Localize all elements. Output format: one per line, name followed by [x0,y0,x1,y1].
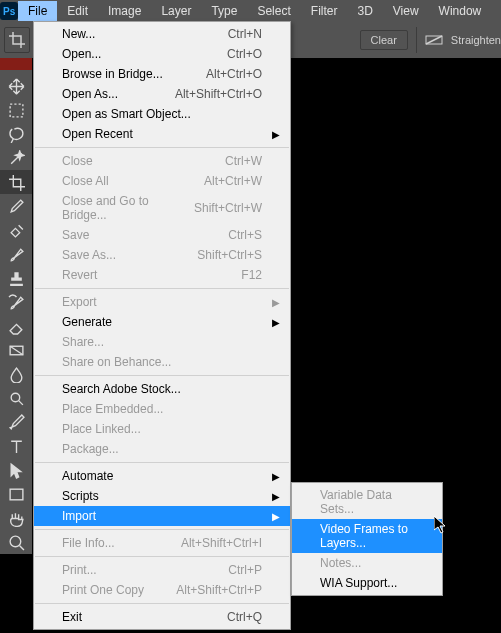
submenu-arrow-icon: ▶ [272,297,280,308]
menu-item-save-as: Save As...Shift+Ctrl+S [34,245,290,265]
menu-shortcut: Shift+Ctrl+S [197,248,262,262]
straighten-icon[interactable] [425,33,443,47]
menu-label: Save [62,228,228,242]
tool-preset-crop-icon[interactable] [4,27,30,53]
submenu-arrow-icon: ▶ [272,511,280,522]
menu-item-layer[interactable]: Layer [151,1,201,21]
menu-label: Close [62,154,225,168]
menu-label: Video Frames to Layers... [320,522,414,550]
menu-item-revert: RevertF12 [34,265,290,285]
menu-item-file-info: File Info...Alt+Shift+Ctrl+I [34,533,290,553]
menu-item-print: Print...Ctrl+P [34,560,290,580]
tool-hand[interactable] [0,506,32,530]
menu-label: Open Recent [62,127,262,141]
menu-item-window[interactable]: Window [429,1,492,21]
menu-separator [35,288,289,289]
menu-label: Close All [62,174,204,188]
menu-item-import[interactable]: Import▶ [34,506,290,526]
svg-rect-6 [10,489,23,500]
menu-item-filter[interactable]: Filter [301,1,348,21]
svg-rect-3 [10,104,23,117]
menu-label: Open as Smart Object... [62,107,262,121]
tool-lasso[interactable] [0,122,32,146]
menu-item-share-on-behance: Share on Behance... [34,352,290,372]
menu-shortcut: Ctrl+P [228,563,262,577]
menu-item-scripts[interactable]: Scripts▶ [34,486,290,506]
menu-separator [35,603,289,604]
menu-item-new[interactable]: New...Ctrl+N [34,24,290,44]
menu-label: Revert [62,268,241,282]
submenu-arrow-icon: ▶ [272,491,280,502]
menu-item-place-linked: Place Linked... [34,419,290,439]
menu-label: Open As... [62,87,175,101]
menu-label: Place Linked... [62,422,262,436]
menu-item-open[interactable]: Open...Ctrl+O [34,44,290,64]
menu-shortcut: F12 [241,268,262,282]
svg-point-5 [11,393,20,402]
menu-label: Save As... [62,248,197,262]
menu-shortcut: Ctrl+W [225,154,262,168]
menu-item-open-as[interactable]: Open As...Alt+Shift+Ctrl+O [34,84,290,104]
menu-item-3d[interactable]: 3D [347,1,382,21]
tool-dodge[interactable] [0,386,32,410]
menu-item-view[interactable]: View [383,1,429,21]
tool-history-brush[interactable] [0,290,32,314]
tool-magic-wand[interactable] [0,146,32,170]
menu-item-file[interactable]: File [18,1,57,21]
menu-item-type[interactable]: Type [201,1,247,21]
tool-pen[interactable] [0,410,32,434]
menu-shortcut: Ctrl+N [228,27,262,41]
submenu-arrow-icon: ▶ [272,129,280,140]
tool-type[interactable] [0,434,32,458]
menu-shortcut: Alt+Shift+Ctrl+P [176,583,262,597]
menu-item-package: Package... [34,439,290,459]
menu-item-close-and-go-to-bridge: Close and Go to Bridge...Shift+Ctrl+W [34,191,290,225]
clear-button[interactable]: Clear [360,30,408,50]
menu-item-generate[interactable]: Generate▶ [34,312,290,332]
menu-label: Automate [62,469,262,483]
tool-stamp[interactable] [0,266,32,290]
menu-item-open-as-smart-object[interactable]: Open as Smart Object... [34,104,290,124]
submenu-item-variable-data-sets: Variable Data Sets... [292,485,442,519]
menu-item-help[interactable]: Help [491,1,501,21]
tool-blur[interactable] [0,362,32,386]
straighten-label[interactable]: Straighten [451,34,501,46]
menu-item-select[interactable]: Select [247,1,300,21]
menu-item-automate[interactable]: Automate▶ [34,466,290,486]
menu-item-image[interactable]: Image [98,1,151,21]
tool-gradient[interactable] [0,338,32,362]
menu-shortcut: Alt+Shift+Ctrl+I [181,536,262,550]
submenu-arrow-icon: ▶ [272,471,280,482]
svg-text:Ps: Ps [3,6,16,17]
submenu-item-wia-support[interactable]: WIA Support... [292,573,442,593]
menu-separator [35,147,289,148]
tool-eyedropper[interactable] [0,194,32,218]
menu-label: Generate [62,315,262,329]
menu-item-open-recent[interactable]: Open Recent▶ [34,124,290,144]
menu-item-exit[interactable]: ExitCtrl+Q [34,607,290,627]
tool-rectangle[interactable] [0,482,32,506]
tool-eraser[interactable] [0,314,32,338]
color-strip [0,58,32,70]
svg-point-7 [10,536,21,547]
submenu-item-video-frames-to-layers[interactable]: Video Frames to Layers... [292,519,442,553]
tool-path-select[interactable] [0,458,32,482]
tool-healing[interactable] [0,218,32,242]
window-titlebar: Ps FileEditImageLayerTypeSelectFilter3DV… [0,0,501,22]
menu-item-save: SaveCtrl+S [34,225,290,245]
menu-label: Share... [62,335,262,349]
menu-label: File Info... [62,536,181,550]
menu-shortcut: Alt+Ctrl+O [206,67,262,81]
menu-label: Close and Go to Bridge... [62,194,194,222]
menu-label: Place Embedded... [62,402,262,416]
import-submenu: Variable Data Sets...Video Frames to Lay… [291,482,443,596]
menu-item-search-adobe-stock[interactable]: Search Adobe Stock... [34,379,290,399]
tool-move[interactable] [0,74,32,98]
tool-marquee[interactable] [0,98,32,122]
menu-item-place-embedded: Place Embedded... [34,399,290,419]
menu-item-edit[interactable]: Edit [57,1,98,21]
tool-crop[interactable] [0,170,32,194]
tool-brush[interactable] [0,242,32,266]
tool-zoom[interactable] [0,530,32,554]
menu-item-browse-in-bridge[interactable]: Browse in Bridge...Alt+Ctrl+O [34,64,290,84]
